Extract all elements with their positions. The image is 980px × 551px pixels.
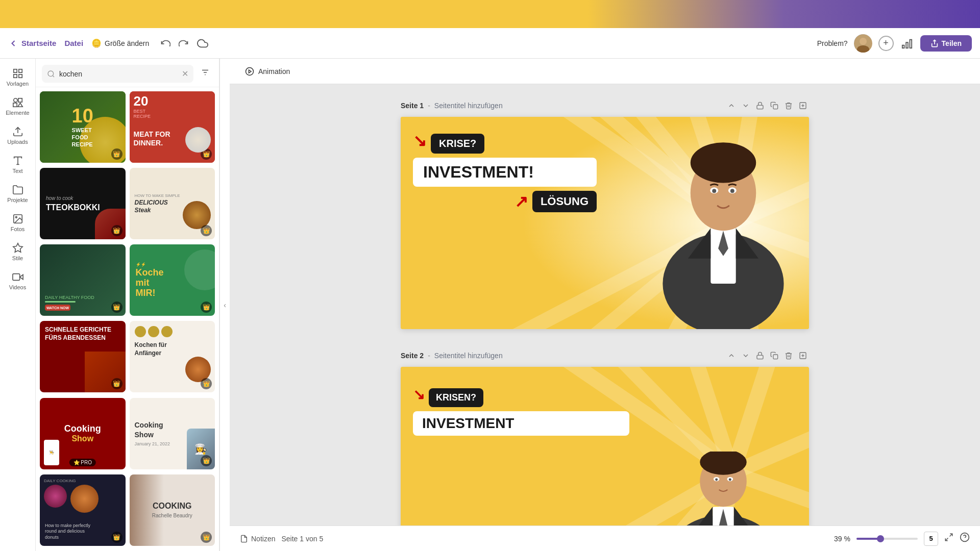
sidebar-icons: Vorlagen Elemente Uploads Text: [0, 59, 36, 551]
avatar: [854, 34, 872, 53]
page2-label: Seite 2: [401, 352, 424, 360]
page2-chevron-down[interactable]: [740, 349, 752, 362]
status-bar: Notizen Seite 1 von 5 39 % 5: [230, 525, 980, 551]
template-koche[interactable]: ⚡⚡ KochemitMIR! 👑: [130, 244, 215, 316]
notes-button[interactable]: Notizen: [240, 535, 275, 543]
template-anfaenger[interactable]: Kochen fürAnfänger 👑: [130, 321, 215, 392]
svg-point-51: [691, 142, 756, 183]
hide-panel-button[interactable]: ‹: [219, 59, 230, 551]
template-steak[interactable]: HOW TO MAKE SIMPLE DELICIOUSSteak 👑: [130, 168, 215, 239]
sidebar-item-vorlagen[interactable]: Vorlagen: [3, 64, 33, 91]
sidebar-item-projekte[interactable]: Projekte: [3, 180, 33, 207]
file-button[interactable]: Datei: [64, 39, 83, 47]
svg-rect-3: [902, 45, 904, 48]
help-button[interactable]: [960, 532, 970, 545]
sidebar-item-stile[interactable]: Stile: [3, 238, 33, 265]
page2-actions: [725, 349, 809, 362]
redo-button[interactable]: [176, 35, 192, 52]
svg-rect-29: [773, 105, 778, 109]
page2-add[interactable]: [797, 349, 809, 362]
template-donuts[interactable]: DAILY COOKING How to make perfectlyround…: [40, 474, 126, 546]
problem-button[interactable]: Problem?: [817, 39, 848, 47]
zoom-slider[interactable]: [856, 538, 918, 540]
template-cooking-rachelle[interactable]: COOKING Rachelle Beaudry 👑: [130, 474, 215, 546]
svg-line-83: [945, 538, 948, 541]
page2-chevron-up[interactable]: [725, 349, 738, 362]
filter-button[interactable]: [198, 65, 213, 83]
sidebar-item-uploads[interactable]: Uploads: [3, 122, 33, 149]
page2-canvas[interactable]: ↘ KRISEN? INVESTMENT: [401, 367, 809, 525]
svg-rect-12: [18, 98, 21, 102]
page2-container: Seite 2 - Seitentitel hinzufügen: [401, 349, 809, 525]
main-layout: Vorlagen Elemente Uploads Text: [0, 59, 980, 551]
svg-point-26: [246, 67, 254, 75]
svg-point-55: [730, 189, 734, 193]
bubble-loesung: LÖSUNG: [532, 191, 597, 212]
share-button[interactable]: Teilen: [920, 35, 972, 52]
sunburst-bg: ↘ KRISE? INVESTMENT!: [401, 117, 809, 329]
svg-rect-14: [13, 103, 16, 107]
svg-point-54: [712, 189, 716, 193]
add-account-button[interactable]: +: [878, 36, 894, 51]
crown-badge-steak: 👑: [201, 225, 212, 236]
zoom-thumb[interactable]: [877, 535, 884, 542]
page1-chevron-up[interactable]: [725, 99, 738, 112]
page1-add[interactable]: [797, 99, 809, 112]
top-decorative-bar: [0, 0, 980, 28]
search-bar: ✕: [36, 59, 219, 87]
page1-lock[interactable]: [754, 99, 766, 112]
search-input[interactable]: [59, 70, 178, 78]
svg-rect-4: [906, 42, 908, 48]
template-healthy-food[interactable]: DAILY HEALTHY FOOD WATCH NOW 👑: [40, 244, 126, 316]
page1-delete[interactable]: [782, 99, 795, 112]
header-right: Problem? + Teilen: [817, 34, 972, 53]
sidebar-label-projekte: Projekte: [7, 197, 28, 203]
svg-line-82: [950, 534, 952, 536]
page2-lock[interactable]: [754, 349, 766, 362]
animation-button[interactable]: Animation: [240, 64, 295, 79]
page1-title-placeholder[interactable]: Seitentitel hinzufügen: [434, 102, 503, 110]
template-tteokbokki[interactable]: how to cook TTEOKBOKKI 👑: [40, 168, 126, 239]
sidebar-label-uploads: Uploads: [7, 139, 28, 145]
sidebar-item-videos[interactable]: Videos: [3, 267, 33, 294]
crown-badge-donuts: 👑: [111, 532, 122, 543]
bubble-krise: KRISE?: [431, 134, 484, 154]
page2-title-placeholder[interactable]: Seitentitel hinzufügen: [434, 352, 503, 360]
crown-badge: 👑: [111, 148, 122, 160]
crown-badge-anfaenger: 👑: [201, 378, 212, 389]
sidebar-label-vorlagen: Vorlagen: [7, 81, 29, 87]
search-wrapper: ✕: [42, 65, 193, 83]
canvas-scroll[interactable]: Seite 1 - Seitentitel hinzufügen: [230, 84, 980, 525]
svg-rect-5: [910, 39, 912, 48]
template-cookshow-light[interactable]: CookingShow January 21, 2022 👩‍🍳 👑: [130, 398, 215, 469]
page1-background: ↘ KRISE? INVESTMENT!: [401, 117, 809, 329]
page1-canvas[interactable]: ↘ KRISE? INVESTMENT!: [401, 117, 809, 329]
page1-chevron-down[interactable]: [740, 99, 752, 112]
sidebar-item-elemente[interactable]: Elemente: [3, 93, 33, 120]
home-button[interactable]: Startseite: [8, 38, 56, 48]
crown-badge-rachelle: 👑: [201, 532, 212, 543]
undo-button[interactable]: [157, 35, 174, 52]
page1-dash: -: [428, 102, 430, 110]
sidebar-label-stile: Stile: [12, 255, 23, 261]
size-change-button[interactable]: 🪙 Größe ändern: [91, 38, 149, 48]
svg-rect-28: [757, 105, 763, 109]
sidebar-item-text[interactable]: Text: [3, 151, 33, 178]
template-sweet-food[interactable]: 10 SWEETFOODRECIPE 👑: [40, 91, 126, 163]
search-clear-button[interactable]: ✕: [182, 69, 188, 79]
page2-delete[interactable]: [782, 349, 795, 362]
page2-content: ↘ KRISEN? INVESTMENT: [401, 367, 809, 525]
analytics-icon[interactable]: [900, 36, 914, 51]
fullscreen-button[interactable]: [944, 533, 953, 544]
page1-label: Seite 1: [401, 102, 424, 110]
cloud-save-button[interactable]: [194, 35, 211, 52]
page2-copy[interactable]: [768, 349, 780, 362]
templates-grid: 10 SWEETFOODRECIPE 👑 20 BESTRECIPE MEAT …: [36, 87, 219, 551]
template-cookshow-red[interactable]: 👨‍🍳 Cooking Show ⭐ PRO: [40, 398, 126, 469]
sidebar-item-fotos[interactable]: Fotos: [3, 209, 33, 236]
template-schnelle[interactable]: SCHNELLE GERICHTEFÜRS ABENDESSEN 👑: [40, 321, 126, 392]
bubble2-investment: INVESTMENT: [413, 411, 629, 436]
page1-copy[interactable]: [768, 99, 780, 112]
template-meat-dinner[interactable]: 20 BESTRECIPE MEAT FORDINNER. 👑: [130, 91, 215, 163]
zoom-level: 39 %: [834, 535, 850, 543]
